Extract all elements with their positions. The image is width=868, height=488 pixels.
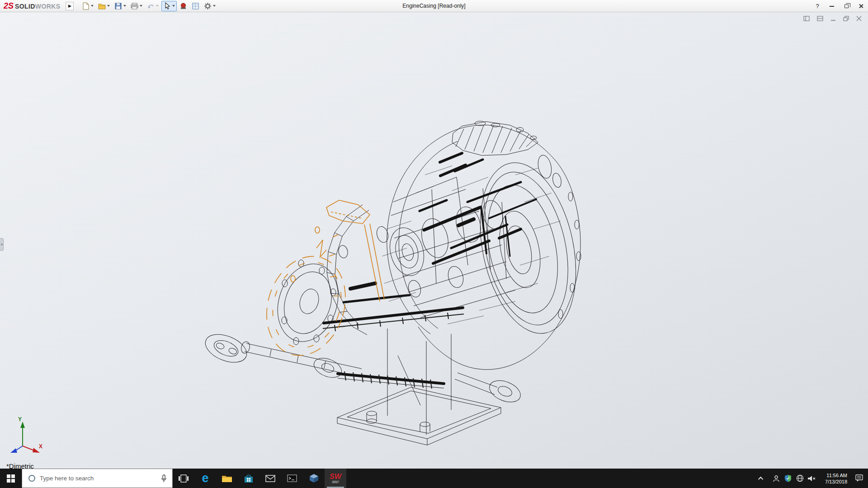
search-input[interactable] — [40, 475, 161, 482]
hidden-icons-button[interactable] — [752, 469, 770, 488]
view-orientation-label: *Dimetric — [6, 462, 34, 469]
dropdown-caret[interactable] — [172, 5, 175, 7]
engine-casing-wireframe[interactable] — [0, 12, 868, 469]
action-center-icon — [855, 474, 863, 482]
open-icon — [98, 2, 106, 10]
task-view-button[interactable] — [173, 469, 194, 488]
people-icon — [773, 475, 780, 482]
brand-text-bold: SOLID — [15, 3, 35, 10]
doc-close-icon[interactable] — [856, 16, 862, 21]
security-button[interactable] — [782, 469, 794, 488]
console-icon — [287, 474, 297, 482]
volume-icon — [807, 475, 816, 482]
panel-collapse-tab[interactable] — [0, 238, 4, 251]
taskbar-clock[interactable]: 11:56 AM 7/13/2018 — [817, 469, 850, 488]
flyout-arrow-icon: ▶ — [68, 4, 71, 8]
cad-viewer-button[interactable] — [303, 469, 325, 488]
save-icon — [114, 2, 122, 10]
restore-button[interactable] — [839, 0, 854, 12]
system-tray: 11:56 AM 7/13/2018 — [752, 469, 868, 488]
select-tool-button[interactable] — [161, 1, 177, 11]
dropdown-caret[interactable] — [123, 5, 126, 7]
menu-flyout-button[interactable]: ▶ — [66, 2, 74, 10]
minimize-icon — [830, 6, 834, 7]
close-icon — [859, 4, 863, 9]
restore-icon — [844, 5, 849, 8]
taskbar-search[interactable] — [22, 469, 173, 488]
clock-time: 11:56 AM — [826, 472, 847, 479]
orientation-triad: Y X — [7, 418, 46, 456]
triad-y-label: Y — [18, 416, 22, 422]
file-properties-button[interactable] — [190, 1, 201, 11]
cad-viewer-icon — [309, 474, 319, 483]
solidworks-logo: 2S SOLID WORKS — [4, 1, 60, 11]
dropdown-caret[interactable] — [91, 5, 94, 7]
record-macro-button[interactable] — [178, 1, 189, 11]
solidworks-taskbar-button[interactable]: SW 2017 — [325, 469, 346, 488]
new-document-button[interactable] — [80, 1, 95, 11]
start-icon — [7, 474, 15, 483]
doc-minimize-icon[interactable] — [830, 16, 836, 21]
print-button[interactable] — [129, 1, 144, 11]
app-window-controls: ? — [810, 0, 868, 12]
solidworks-year-text: 2017 — [331, 481, 340, 484]
titlebar: 2S SOLID WORKS ▶ — [0, 0, 868, 12]
record-icon — [179, 2, 187, 10]
edge-icon: e — [202, 472, 208, 484]
network-button[interactable] — [794, 469, 806, 488]
hidden-icons-chevron — [758, 476, 763, 481]
mail-button[interactable] — [259, 469, 281, 488]
highlighted-edges[interactable] — [255, 200, 384, 366]
dropdown-caret[interactable] — [213, 5, 216, 7]
dropdown-caret[interactable] — [107, 5, 110, 7]
graphics-viewport[interactable]: Y X *Dimetric — [0, 12, 868, 469]
cortana-icon — [28, 475, 35, 482]
quick-access-toolbar — [80, 1, 217, 11]
dropdown-caret[interactable] — [140, 5, 142, 7]
document-title: EngineCasing [Read-only] — [402, 3, 465, 9]
file-explorer-icon — [222, 474, 232, 483]
options-gear-icon — [204, 2, 212, 10]
close-button[interactable] — [854, 0, 868, 12]
open-button[interactable] — [96, 1, 112, 11]
solidworks-icon: SW 2017 — [330, 473, 341, 484]
clock-date: 7/13/2018 — [825, 479, 847, 485]
pane-left-icon[interactable] — [803, 16, 810, 21]
minimize-button[interactable] — [825, 0, 839, 12]
options-button[interactable] — [202, 1, 217, 11]
triad-x-label: X — [39, 443, 42, 450]
save-button[interactable] — [113, 1, 128, 11]
file-explorer-button[interactable] — [216, 469, 238, 488]
mic-icon[interactable] — [161, 474, 167, 483]
people-button[interactable] — [770, 469, 782, 488]
dropdown-caret[interactable] — [156, 5, 159, 7]
undo-icon — [147, 2, 155, 10]
task-view-icon — [179, 474, 189, 483]
volume-button[interactable] — [806, 469, 817, 488]
brand-text-light: WORKS — [35, 3, 61, 10]
doc-restore-icon[interactable] — [843, 16, 849, 21]
help-button[interactable]: ? — [810, 0, 825, 12]
store-icon — [244, 474, 253, 483]
undo-button[interactable] — [145, 1, 160, 11]
pane-right-icon[interactable] — [817, 16, 823, 21]
edge-button[interactable]: e — [194, 469, 216, 488]
action-center-button[interactable] — [850, 469, 868, 488]
help-glyph: ? — [816, 3, 819, 9]
dassault-logo-icon: 2S — [4, 1, 14, 11]
mail-icon — [265, 475, 275, 482]
print-icon — [131, 2, 138, 10]
store-button[interactable] — [238, 469, 259, 488]
security-shield-icon — [784, 474, 792, 482]
solidworks-sw-text: SW — [330, 473, 341, 480]
console-button[interactable] — [281, 469, 303, 488]
windows-taskbar: e SW 2017 11:56 AM — [0, 469, 868, 488]
new-document-icon — [82, 2, 90, 10]
start-button[interactable] — [0, 469, 22, 488]
network-icon — [796, 474, 804, 482]
properties-icon — [192, 2, 199, 10]
document-window-controls — [803, 16, 862, 21]
select-cursor-icon — [163, 2, 171, 10]
